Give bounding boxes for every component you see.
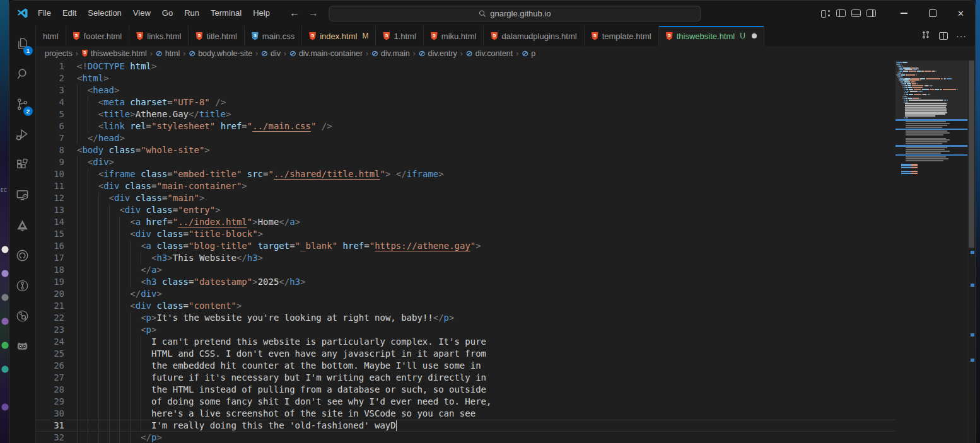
tab-footer-html[interactable]: footer.html [66, 26, 130, 46]
menu-go[interactable]: Go [156, 5, 178, 21]
activity-remote-explorer[interactable] [9, 180, 35, 210]
command-center[interactable]: gnargle.github.io [329, 6, 701, 21]
line-number[interactable]: 24 [36, 336, 64, 348]
code-line-22[interactable]: 22<p>It's the website you're looking at … [36, 312, 895, 324]
code-line-26[interactable]: 26the embedded hit counter at the bottom… [36, 360, 895, 372]
nav-back-icon[interactable]: ← [289, 8, 300, 19]
line-number[interactable]: 8 [36, 144, 64, 156]
line-number[interactable]: 23 [36, 324, 64, 336]
code-line-19[interactable]: 19<h3 class="datestamp">2025</h3> [36, 276, 895, 288]
line-number[interactable]: 27 [36, 372, 64, 384]
line-number[interactable]: 10 [36, 168, 64, 180]
activity-godot-tools[interactable] [9, 331, 35, 361]
dirty-indicator-icon[interactable] [752, 33, 757, 38]
code-line-4[interactable]: 4<meta charset="UTF-8" /> [36, 96, 895, 108]
code-line-9[interactable]: 9<div> [36, 156, 895, 168]
breadcrumb-item-projects[interactable]: projects [45, 49, 73, 58]
code-line-30[interactable]: 30here's a live screenshot of the site i… [36, 408, 895, 420]
toggle-secondary-sidebar-icon[interactable] [866, 9, 876, 17]
code-line-29[interactable]: 29of doing some fancy shit I don't see w… [36, 396, 895, 408]
code-editor[interactable]: 1<!DOCTYPE html>2<html>3<head>4<meta cha… [36, 60, 895, 443]
line-number[interactable]: 13 [36, 204, 64, 216]
menu-view[interactable]: View [127, 5, 156, 21]
code-line-31[interactable]: 31I'm really doing this the 'old-fashion… [36, 420, 895, 432]
line-number[interactable]: 6 [36, 120, 64, 132]
tab-thiswebsite-html[interactable]: thiswebsite.htmlU [659, 26, 764, 46]
activity-extensions[interactable] [9, 149, 35, 180]
menu-terminal[interactable]: Terminal [205, 5, 247, 21]
minimap[interactable] [895, 60, 967, 443]
breadcrumb-item-thiswebsite-html[interactable]: thiswebsite.html [81, 49, 147, 58]
line-number[interactable]: 30 [36, 408, 64, 420]
code-line-16[interactable]: 16<a class="blog-title" target="_blank" … [36, 240, 895, 252]
line-number[interactable]: 32 [36, 432, 64, 443]
tab-main-css[interactable]: main.css [245, 26, 302, 46]
customize-layout-icon[interactable] [821, 9, 831, 17]
menu-edit[interactable]: Edit [57, 5, 82, 21]
tab-links-html[interactable]: links.html [129, 26, 189, 46]
breadcrumb-item-div-content[interactable]: ⊘div.content [466, 49, 513, 58]
breadcrumb-item-div-entry[interactable]: ⊘div.entry [419, 49, 457, 58]
tab-index-html[interactable]: index.htmlM [302, 26, 376, 46]
breadcrumb-item-p[interactable]: ⊘p [522, 49, 535, 58]
line-number[interactable]: 29 [36, 396, 64, 408]
activity-explorer[interactable]: 1 [9, 28, 35, 59]
line-number[interactable]: 3 [36, 84, 64, 96]
tab-template-html[interactable]: template.html [585, 26, 659, 46]
activity-source-control[interactable]: 2 [9, 89, 35, 119]
split-editor-icon[interactable] [939, 32, 948, 40]
code-line-25[interactable]: 25HTML and CSS. I don't even have any ja… [36, 348, 895, 360]
line-number[interactable]: 22 [36, 312, 64, 324]
scrollbar-thumb[interactable] [969, 60, 974, 248]
menu-help[interactable]: Help [247, 5, 276, 21]
breadcrumb-item-body-whole-site[interactable]: ⊘body.whole-site [189, 49, 252, 58]
line-number[interactable]: 26 [36, 360, 64, 372]
code-line-18[interactable]: 18</a> [36, 264, 895, 276]
line-number[interactable]: 4 [36, 96, 64, 108]
tab-dalamudplugins-html[interactable]: dalamudplugins.html [484, 26, 584, 46]
tab-1-html[interactable]: 1.html [376, 26, 423, 46]
toggle-primary-sidebar-icon[interactable] [836, 9, 846, 17]
menu-file[interactable]: File [32, 5, 57, 21]
breadcrumb-item-html[interactable]: ⊘html [156, 49, 180, 58]
line-number[interactable]: 18 [36, 264, 64, 276]
minimize-button[interactable] [890, 1, 918, 26]
line-number[interactable]: 19 [36, 276, 64, 288]
line-number[interactable]: 17 [36, 252, 64, 264]
open-changes-icon[interactable] [921, 30, 931, 42]
line-number[interactable]: 11 [36, 180, 64, 192]
code-line-15[interactable]: 15<div class="title-block"> [36, 228, 895, 240]
vertical-scrollbar[interactable] [967, 60, 975, 443]
code-line-6[interactable]: 6<link rel="stylesheet" href="../main.cs… [36, 120, 895, 132]
code-line-12[interactable]: 12<div class="main"> [36, 192, 895, 204]
activity-search[interactable] [9, 59, 35, 89]
code-line-17[interactable]: 17<h3>This Website</h3> [36, 252, 895, 264]
line-number[interactable]: 9 [36, 156, 64, 168]
code-line-24[interactable]: 24I can't pretend this website is partic… [36, 336, 895, 348]
breadcrumb-item-div[interactable]: ⊘div [261, 49, 281, 58]
line-number[interactable]: 5 [36, 108, 64, 120]
code-line-5[interactable]: 5<title>Athene.Gay</title> [36, 108, 895, 120]
maximize-button[interactable] [918, 1, 947, 26]
line-number[interactable]: 15 [36, 228, 64, 240]
code-line-13[interactable]: 13<div class="entry"> [36, 204, 895, 216]
code-line-2[interactable]: 2<html> [36, 72, 895, 84]
line-number[interactable]: 28 [36, 384, 64, 396]
nav-forward-icon[interactable]: → [308, 8, 318, 19]
tab-miku-html[interactable]: miku.html [424, 26, 484, 46]
code-line-27[interactable]: 27future if it's necessary but I'm writi… [36, 372, 895, 384]
line-number[interactable]: 20 [36, 288, 64, 300]
activity-gitlens[interactable] [9, 270, 35, 301]
code-line-7[interactable]: 7</head> [36, 132, 895, 144]
breadcrumb-item-div-main[interactable]: ⊘div.main [371, 49, 410, 58]
more-actions-icon[interactable]: ··· [956, 31, 967, 41]
activity-run-debug[interactable] [9, 119, 35, 149]
menu-run[interactable]: Run [178, 5, 205, 21]
line-number[interactable]: 21 [36, 300, 64, 312]
code-line-23[interactable]: 23<p> [36, 324, 895, 336]
activity-triangle-extension[interactable] [9, 210, 35, 240]
line-number[interactable]: 14 [36, 216, 64, 228]
menu-selection[interactable]: Selection [82, 5, 127, 21]
code-line-3[interactable]: 3<head> [36, 84, 895, 96]
line-number[interactable]: 12 [36, 192, 64, 204]
